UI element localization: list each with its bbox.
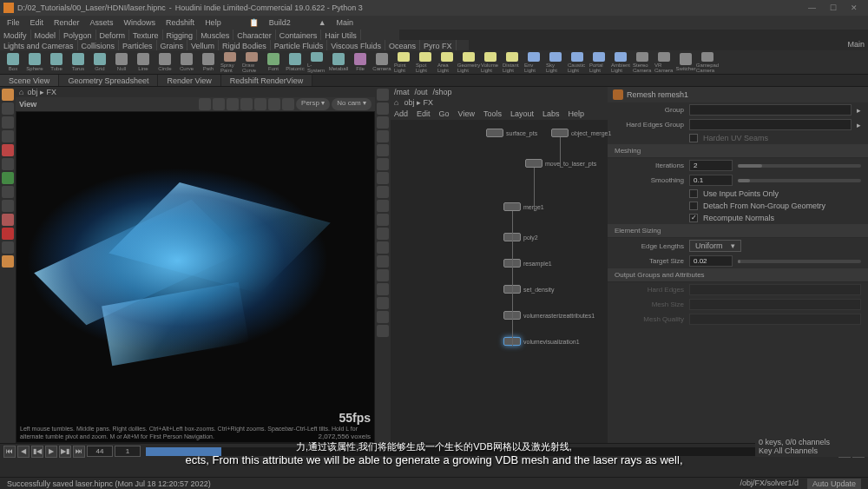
viewport-tool-icon[interactable] <box>254 98 266 110</box>
tab-redshift-render[interactable]: Redshift RenderView <box>221 75 312 86</box>
menu-assets[interactable]: Assets <box>90 18 114 27</box>
shelf-item[interactable]: Font <box>264 52 283 73</box>
shelf-tab[interactable]: Oceans <box>385 40 420 50</box>
shelf-tab[interactable]: Model <box>31 30 61 40</box>
display-tool-icon[interactable] <box>377 297 389 309</box>
persp-dropdown[interactable]: Persp ▾ <box>296 98 330 110</box>
play-back-button[interactable]: ▮◀ <box>31 446 43 458</box>
shelf-tab[interactable]: Particle Fluids <box>271 40 328 50</box>
net-menu-layout[interactable]: Layout <box>510 109 534 118</box>
shelf-tab[interactable]: Rigging <box>163 30 198 40</box>
smoothing-slider[interactable] <box>738 179 861 182</box>
display-tool-icon[interactable] <box>377 241 389 254</box>
shelf-tab[interactable]: Hair Utils <box>321 30 361 40</box>
edge-lengths-dropdown[interactable]: Uniform▾ <box>689 240 741 252</box>
shelf-item[interactable]: Metaball <box>329 52 348 73</box>
shelf-tab[interactable]: Viscous Fluids <box>327 40 385 50</box>
display-tool-icon[interactable] <box>377 255 389 268</box>
menu-render[interactable]: Render <box>54 18 80 27</box>
shelf-item[interactable]: Volume Light <box>481 52 500 73</box>
display-tool-icon[interactable] <box>377 214 389 226</box>
menu-redshift[interactable]: Redshift <box>166 18 194 27</box>
target-size-input[interactable] <box>689 255 733 267</box>
main-tab-right[interactable]: Main <box>847 40 865 49</box>
shelf-tab[interactable]: Polygon <box>60 30 96 40</box>
network-node[interactable]: object_merge1 <box>551 129 611 137</box>
net-tab[interactable]: /mat <box>394 88 410 96</box>
shelf-item[interactable]: Circle <box>155 52 174 73</box>
shelf-item[interactable]: Tube <box>47 52 66 73</box>
network-node[interactable]: volumerasterizeattributes1 <box>503 311 595 320</box>
menu-edit[interactable]: Edit <box>30 18 44 27</box>
net-menu-add[interactable]: Add <box>394 109 408 118</box>
menu-file[interactable]: File <box>7 18 20 27</box>
network-node[interactable]: set_density <box>503 285 554 294</box>
menu-windows[interactable]: Windows <box>124 18 156 27</box>
menu-help[interactable]: Help <box>205 18 221 27</box>
tool-icon[interactable] <box>2 214 14 226</box>
shelf-item[interactable]: Torus <box>69 52 88 73</box>
tab-geo-spreadsheet[interactable]: Geometry Spreadsheet <box>59 75 158 86</box>
tool-icon[interactable] <box>2 186 14 198</box>
shelf-item[interactable]: L-System <box>307 52 326 73</box>
move-tool-icon[interactable] <box>2 102 14 115</box>
viewport-tool-icon[interactable] <box>213 98 225 110</box>
viewport-tool-icon[interactable] <box>227 98 239 110</box>
network-node[interactable]: merge1 <box>503 202 544 211</box>
iterations-input[interactable] <box>689 160 733 171</box>
tab-scene-view[interactable]: Scene View <box>0 75 59 86</box>
first-frame-button[interactable]: ⏮ <box>3 446 16 458</box>
close-button[interactable]: ✕ <box>851 3 858 12</box>
shelf-tab[interactable]: Lights and Cameras <box>0 40 78 50</box>
shelf-item[interactable]: Sky Light <box>546 52 565 73</box>
display-tool-icon[interactable] <box>377 228 389 240</box>
shelf-tab[interactable]: Vellum <box>187 40 219 50</box>
shelf-item[interactable]: Platonic <box>286 52 305 73</box>
minimize-button[interactable]: — <box>808 3 816 12</box>
target-size-slider[interactable] <box>738 260 861 263</box>
desktop-build[interactable]: Build2 <box>269 18 291 27</box>
net-menu-labs[interactable]: Labs <box>542 109 560 118</box>
shelf-item[interactable]: Sphere <box>25 52 44 73</box>
harden-uv-checkbox[interactable] <box>689 134 698 142</box>
tool-icon[interactable] <box>2 144 14 156</box>
smoothing-input[interactable] <box>689 175 733 186</box>
hard-edges-picker-icon[interactable]: ▸ <box>857 121 861 129</box>
shelf-item[interactable]: File <box>351 52 370 73</box>
viewport-tool-icon[interactable] <box>199 98 211 110</box>
viewport-tool-icon[interactable] <box>240 98 253 110</box>
shelf-item[interactable]: Stereo Camera <box>633 52 652 73</box>
net-menu-edit[interactable]: Edit <box>417 109 431 118</box>
shelf-item[interactable]: Distant Light <box>503 52 522 73</box>
tool-icon[interactable] <box>2 241 14 254</box>
display-tool-icon[interactable] <box>377 116 389 129</box>
display-tool-icon[interactable] <box>377 325 389 337</box>
shelf-tab[interactable]: Deform <box>96 30 130 40</box>
display-tool-icon[interactable] <box>377 158 389 170</box>
shelf-item[interactable]: Grid <box>90 52 109 73</box>
shelf-item[interactable]: Portal Light <box>589 52 608 73</box>
shelf-item[interactable]: Geometry Light <box>459 52 478 73</box>
network-node[interactable]: resample1 <box>503 259 552 268</box>
shelf-tab[interactable]: Modify <box>0 30 31 40</box>
shelf-item[interactable]: Area Light <box>437 52 457 73</box>
network-editor[interactable]: surface_ptsobject_merge1move_to_laser_pt… <box>391 120 608 443</box>
shelf-item[interactable]: Ambient Light <box>611 52 630 73</box>
shelf-item[interactable]: Curve <box>177 52 196 73</box>
shelf-item[interactable]: VR Camera <box>654 52 674 73</box>
select-tool-icon[interactable] <box>2 89 14 101</box>
shelf-tab[interactable]: Character <box>233 30 276 40</box>
tool-icon[interactable] <box>2 158 14 170</box>
tab-render-view[interactable]: Render View <box>158 75 220 86</box>
shelf-item[interactable]: Caustic Light <box>568 52 587 73</box>
use-input-checkbox[interactable] <box>689 189 698 198</box>
shelf-tab[interactable]: Collisions <box>78 40 120 50</box>
prev-frame-button[interactable]: ◀ <box>17 446 30 458</box>
camera-dropdown[interactable]: No cam ▾ <box>332 98 372 110</box>
tool-icon[interactable] <box>2 255 14 268</box>
shelf-item[interactable]: Switcher <box>676 52 695 73</box>
shelf-tab[interactable]: Pyro FX <box>420 40 457 50</box>
display-tool-icon[interactable] <box>377 269 389 281</box>
group-picker-icon[interactable]: ▸ <box>857 106 861 115</box>
shelf-item[interactable]: Line <box>134 52 153 73</box>
